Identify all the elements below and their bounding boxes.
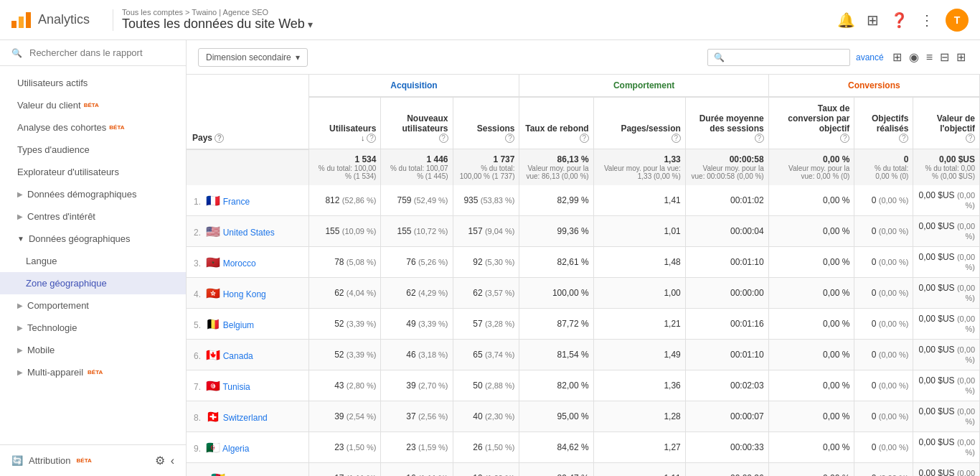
pays-help-icon[interactable]: ?: [215, 134, 224, 143]
pays-cell-1: 2. 🇺🇸 United States: [187, 216, 308, 247]
sidebar-group-centres-interet[interactable]: ▶ Centres d'intérêt: [0, 205, 186, 228]
taux-conv-help[interactable]: ?: [840, 134, 849, 143]
sidebar-group-comportement[interactable]: ▶ Comportement: [0, 294, 186, 317]
objectifs-help[interactable]: ?: [899, 134, 908, 143]
totals-sessions: 1 737 % du total: 100,00 % (1 737): [453, 149, 519, 186]
sidebar-item-zone-geo[interactable]: Zone géographique: [0, 272, 186, 294]
utilisateurs-9: 17 (1,11 %): [308, 463, 381, 477]
sessions-3: 62 (3,57 %): [453, 278, 519, 309]
sidebar-group-donnees-geo[interactable]: ▼ Données géographiques: [0, 228, 186, 250]
pays-cell-8: 9. 🇩🇿 Algeria: [187, 432, 308, 463]
sidebar-item-types-audience[interactable]: Types d'audience: [0, 139, 186, 161]
sidebar-group-technologie[interactable]: ▶ Technologie: [0, 317, 186, 339]
view-table-icon[interactable]: ⊞: [890, 47, 905, 67]
table-search-input[interactable]: [729, 52, 844, 62]
duree-help[interactable]: ?: [755, 134, 764, 143]
duree-5: 00:01:10: [685, 340, 768, 370]
pages-session-6: 1,36: [593, 370, 685, 401]
cycle-icon: 🔄: [11, 455, 23, 466]
country-link-4[interactable]: Belgium: [223, 320, 254, 330]
taux-conv-7: 0,00 %: [768, 401, 854, 432]
avatar[interactable]: T: [946, 9, 969, 32]
totals-label-cell: [187, 149, 308, 186]
view-pivot-icon[interactable]: ⊞: [953, 47, 969, 67]
valeur-6: 0,00 $US (0,00 %): [913, 370, 980, 401]
collapse-sidebar-icon[interactable]: ‹: [171, 454, 174, 467]
nouveaux-help[interactable]: ?: [439, 134, 448, 143]
pages-session-8: 1,27: [593, 432, 685, 463]
duree-2: 00:01:10: [685, 247, 768, 278]
country-link-3[interactable]: Hong Kong: [223, 289, 266, 299]
country-link-0[interactable]: France: [223, 197, 250, 207]
utilisateurs-7: 39 (2,54 %): [308, 401, 381, 432]
view-list-icon[interactable]: ≡: [923, 48, 936, 67]
utilisateurs-col-label: Utilisateurs: [329, 123, 376, 134]
view-pie-icon[interactable]: ◉: [906, 47, 922, 67]
search-input[interactable]: [29, 47, 174, 58]
totals-valeur: 0,00 $US % du total: 0,00 % (0,00 $US): [913, 149, 980, 186]
utilisateurs-1: 155 (10,09 %): [308, 216, 381, 247]
sidebar-item-utilisateurs-actifs[interactable]: Utilisateurs actifs: [0, 72, 186, 94]
taux-conv-2: 0,00 %: [768, 247, 854, 278]
data-table: Pays ? Acquisition Comportement Conversi…: [187, 75, 980, 476]
country-link-6[interactable]: Tunisia: [222, 382, 250, 392]
sidebar-attribution[interactable]: 🔄 Attribution BÉTA: [11, 455, 92, 466]
table-row: 6. 🇨🇦 Canada 52 (3,39 %) 46 (3,18 %) 65 …: [187, 340, 980, 370]
pages-session-help[interactable]: ?: [672, 134, 681, 143]
sidebar-group-tech-label: Technologie: [27, 322, 77, 333]
country-link-5[interactable]: Canada: [223, 351, 253, 361]
valeur-help[interactable]: ?: [966, 134, 975, 143]
flag-8: 🇩🇿: [206, 442, 220, 454]
th-valeur: Valeur de l'objectif ?: [913, 97, 980, 149]
nouveaux-6: 39 (2,70 %): [381, 370, 453, 401]
country-link-2[interactable]: Morocco: [223, 258, 256, 269]
sidebar-item-langue[interactable]: Langue: [0, 250, 186, 272]
sort-icon-utilisateurs[interactable]: ↓: [361, 134, 365, 142]
utilisateurs-4: 52 (3,39 %): [308, 309, 381, 340]
help-icon[interactable]: ❓: [890, 11, 908, 29]
objectifs-3: 0 (0,00 %): [854, 278, 913, 309]
pays-cell-3: 4. 🇭🇰 Hong Kong: [187, 278, 308, 309]
secondary-dimension-button[interactable]: Dimension secondaire ▾: [198, 48, 308, 67]
sessions-help[interactable]: ?: [505, 134, 514, 143]
arrow-icon-tech: ▶: [17, 324, 23, 332]
sessions-7: 40 (2,30 %): [453, 401, 519, 432]
duree-1: 00:00:04: [685, 216, 768, 247]
sidebar-group-donnees-demo[interactable]: ▶ Données démographiques: [0, 183, 186, 205]
apps-icon[interactable]: ⊞: [867, 11, 879, 29]
country-link-1[interactable]: United States: [223, 228, 275, 238]
breadcrumb-title[interactable]: Toutes les données du site Web ▾: [122, 17, 313, 32]
sidebar-item-valeur-client[interactable]: Valeur du client BÉTA: [0, 94, 186, 116]
table-row: 7. 🇹🇳 Tunisia 43 (2,80 %) 39 (2,70 %) 50…: [187, 370, 980, 401]
sidebar-group-demo-label: Données démographiques: [27, 189, 137, 200]
flag-4: 🇧🇪: [206, 318, 220, 330]
country-link-8[interactable]: Algeria: [222, 444, 249, 454]
arrow-icon-centres: ▶: [17, 213, 23, 220]
sidebar-group-multi-appareil[interactable]: ▶ Multi-appareil BÉTA: [0, 361, 186, 383]
taux-rebond-6: 82,00 %: [519, 370, 593, 401]
valeur-3: 0,00 $US (0,00 %): [913, 278, 980, 309]
sidebar-item-explorateur[interactable]: Explorateur d'utilisateurs: [0, 161, 186, 183]
breadcrumb-dropdown-arrow[interactable]: ▾: [308, 19, 313, 30]
valeur-col-label: Valeur de l'objectif: [937, 113, 975, 134]
sessions-8: 26 (1,50 %): [453, 432, 519, 463]
avance-link[interactable]: avancé: [856, 52, 884, 62]
nouveaux-8: 23 (1,59 %): [381, 432, 453, 463]
view-compare-icon[interactable]: ⊟: [937, 47, 952, 67]
arrow-icon-mobile: ▶: [17, 346, 23, 354]
sidebar-item-analyse-cohortes[interactable]: Analyse des cohortes BÉTA: [0, 116, 186, 139]
objectifs-5: 0 (0,00 %): [854, 340, 913, 370]
utilisateurs-help[interactable]: ?: [367, 134, 376, 143]
objectifs-4: 0 (0,00 %): [854, 309, 913, 340]
main-layout: 🔍 Utilisateurs actifs Valeur du client B…: [0, 40, 980, 476]
sidebar-group-mobile[interactable]: ▶ Mobile: [0, 339, 186, 361]
country-link-7[interactable]: Switzerland: [223, 413, 268, 423]
pays-header: Pays ?: [187, 75, 308, 149]
notification-icon[interactable]: 🔔: [837, 11, 855, 29]
settings-icon[interactable]: ⚙: [155, 454, 165, 467]
totals-pages-session: 1,33 Valeur moy. pour la vue: 1,33 (0,00…: [593, 149, 685, 186]
taux-rebond-help[interactable]: ?: [580, 134, 589, 143]
logo-area[interactable]: Analytics: [11, 12, 90, 28]
more-icon[interactable]: ⋮: [920, 11, 934, 29]
th-duree-moyenne: Durée moyenne des sessions ?: [685, 97, 768, 149]
